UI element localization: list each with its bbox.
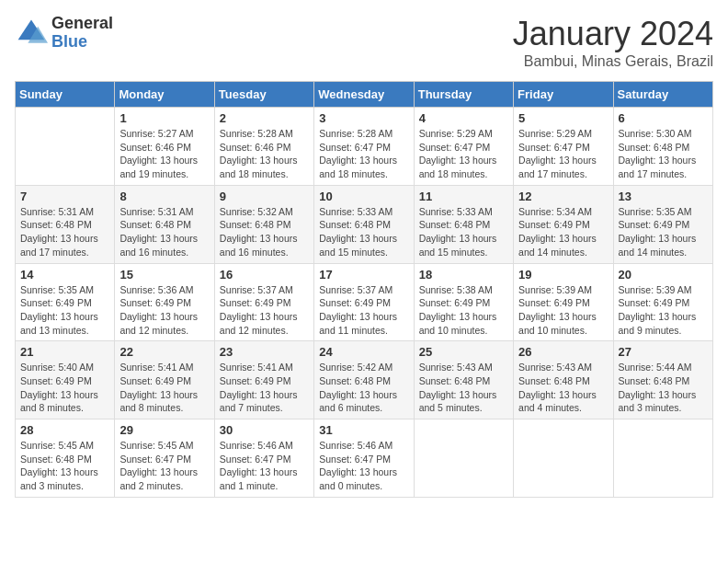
calendar-cell: 31Sunrise: 5:46 AMSunset: 6:47 PMDayligh… xyxy=(314,419,414,498)
day-number: 3 xyxy=(319,111,408,125)
day-number: 25 xyxy=(419,345,508,359)
calendar-cell: 19Sunrise: 5:39 AMSunset: 6:49 PMDayligh… xyxy=(514,263,613,341)
calendar-cell: 30Sunrise: 5:46 AMSunset: 6:47 PMDayligh… xyxy=(214,419,313,498)
day-number: 16 xyxy=(220,268,309,282)
calendar-cell: 13Sunrise: 5:35 AMSunset: 6:49 PMDayligh… xyxy=(613,185,712,263)
day-info: Sunrise: 5:46 AMSunset: 6:47 PMDaylight:… xyxy=(220,439,309,493)
day-number: 6 xyxy=(619,111,708,125)
day-number: 28 xyxy=(20,423,109,437)
calendar-cell xyxy=(414,419,513,498)
day-info: Sunrise: 5:44 AMSunset: 6:48 PMDaylight:… xyxy=(619,361,708,415)
calendar-cell: 28Sunrise: 5:45 AMSunset: 6:48 PMDayligh… xyxy=(16,419,115,498)
day-info: Sunrise: 5:41 AMSunset: 6:49 PMDaylight:… xyxy=(119,361,209,415)
day-number: 29 xyxy=(119,423,209,437)
day-number: 7 xyxy=(20,190,109,203)
weekday-header-saturday: Saturday xyxy=(613,82,712,108)
calendar-cell: 17Sunrise: 5:37 AMSunset: 6:49 PMDayligh… xyxy=(314,263,414,341)
calendar-cell: 7Sunrise: 5:31 AMSunset: 6:48 PMDaylight… xyxy=(16,185,115,263)
logo-blue-text: Blue xyxy=(51,33,113,52)
week-row-4: 21Sunrise: 5:40 AMSunset: 6:49 PMDayligh… xyxy=(16,341,713,419)
day-number: 13 xyxy=(619,190,708,203)
day-number: 14 xyxy=(20,268,109,282)
day-number: 11 xyxy=(419,190,508,203)
day-number: 26 xyxy=(518,345,608,359)
weekday-header-tuesday: Tuesday xyxy=(214,82,313,108)
logo-text: General Blue xyxy=(51,15,113,52)
day-info: Sunrise: 5:37 AMSunset: 6:49 PMDaylight:… xyxy=(319,283,408,338)
day-number: 5 xyxy=(518,111,608,125)
day-info: Sunrise: 5:33 AMSunset: 6:48 PMDaylight:… xyxy=(319,205,408,259)
weekday-header-friday: Friday xyxy=(514,82,613,108)
day-info: Sunrise: 5:45 AMSunset: 6:47 PMDaylight:… xyxy=(119,439,209,493)
day-info: Sunrise: 5:39 AMSunset: 6:49 PMDaylight:… xyxy=(619,283,708,338)
day-info: Sunrise: 5:32 AMSunset: 6:48 PMDaylight:… xyxy=(220,205,309,259)
calendar-cell: 8Sunrise: 5:31 AMSunset: 6:48 PMDaylight… xyxy=(115,185,214,263)
calendar-cell: 6Sunrise: 5:30 AMSunset: 6:48 PMDaylight… xyxy=(613,108,712,186)
weekday-header-row: SundayMondayTuesdayWednesdayThursdayFrid… xyxy=(16,82,713,108)
day-info: Sunrise: 5:29 AMSunset: 6:47 PMDaylight:… xyxy=(419,127,508,181)
day-info: Sunrise: 5:31 AMSunset: 6:48 PMDaylight:… xyxy=(20,205,109,259)
day-number: 17 xyxy=(319,268,408,282)
day-number: 24 xyxy=(319,345,408,359)
calendar-cell: 26Sunrise: 5:43 AMSunset: 6:48 PMDayligh… xyxy=(514,341,613,419)
calendar-cell: 22Sunrise: 5:41 AMSunset: 6:49 PMDayligh… xyxy=(115,341,214,419)
calendar-cell: 24Sunrise: 5:42 AMSunset: 6:48 PMDayligh… xyxy=(314,341,414,419)
week-row-5: 28Sunrise: 5:45 AMSunset: 6:48 PMDayligh… xyxy=(16,419,713,498)
title-block: January 2024 Bambui, Minas Gerais, Brazi… xyxy=(513,15,713,70)
logo: General Blue xyxy=(15,15,113,52)
weekday-header-monday: Monday xyxy=(115,82,214,108)
calendar-cell: 20Sunrise: 5:39 AMSunset: 6:49 PMDayligh… xyxy=(613,263,712,341)
calendar-cell: 1Sunrise: 5:27 AMSunset: 6:46 PMDaylight… xyxy=(115,108,214,186)
calendar-cell: 2Sunrise: 5:28 AMSunset: 6:46 PMDaylight… xyxy=(214,108,313,186)
calendar-cell xyxy=(514,419,613,498)
calendar-cell: 29Sunrise: 5:45 AMSunset: 6:47 PMDayligh… xyxy=(115,419,214,498)
day-info: Sunrise: 5:33 AMSunset: 6:48 PMDaylight:… xyxy=(419,205,508,259)
day-info: Sunrise: 5:35 AMSunset: 6:49 PMDaylight:… xyxy=(20,283,109,338)
day-info: Sunrise: 5:27 AMSunset: 6:46 PMDaylight:… xyxy=(119,127,209,181)
day-number: 19 xyxy=(518,268,608,282)
calendar-table: SundayMondayTuesdayWednesdayThursdayFrid… xyxy=(15,81,713,498)
day-number: 27 xyxy=(619,345,708,359)
day-number: 20 xyxy=(619,268,708,282)
day-info: Sunrise: 5:40 AMSunset: 6:49 PMDaylight:… xyxy=(20,361,109,415)
calendar-cell: 14Sunrise: 5:35 AMSunset: 6:49 PMDayligh… xyxy=(16,263,115,341)
calendar-cell: 12Sunrise: 5:34 AMSunset: 6:49 PMDayligh… xyxy=(514,185,613,263)
calendar-cell: 3Sunrise: 5:28 AMSunset: 6:47 PMDaylight… xyxy=(314,108,414,186)
calendar-cell: 9Sunrise: 5:32 AMSunset: 6:48 PMDaylight… xyxy=(214,185,313,263)
day-info: Sunrise: 5:43 AMSunset: 6:48 PMDaylight:… xyxy=(518,361,608,415)
day-info: Sunrise: 5:35 AMSunset: 6:49 PMDaylight:… xyxy=(619,205,708,259)
calendar-cell xyxy=(613,419,712,498)
day-info: Sunrise: 5:39 AMSunset: 6:49 PMDaylight:… xyxy=(518,283,608,338)
calendar-cell: 4Sunrise: 5:29 AMSunset: 6:47 PMDaylight… xyxy=(414,108,513,186)
day-number: 22 xyxy=(119,345,209,359)
day-number: 18 xyxy=(419,268,508,282)
day-info: Sunrise: 5:45 AMSunset: 6:48 PMDaylight:… xyxy=(20,439,109,493)
week-row-2: 7Sunrise: 5:31 AMSunset: 6:48 PMDaylight… xyxy=(16,185,713,263)
day-number: 30 xyxy=(220,423,309,437)
day-info: Sunrise: 5:38 AMSunset: 6:49 PMDaylight:… xyxy=(419,283,508,338)
week-row-1: 1Sunrise: 5:27 AMSunset: 6:46 PMDaylight… xyxy=(16,108,713,186)
logo-icon xyxy=(15,17,48,50)
day-info: Sunrise: 5:37 AMSunset: 6:49 PMDaylight:… xyxy=(220,283,309,338)
location: Bambui, Minas Gerais, Brazil xyxy=(513,53,713,70)
day-info: Sunrise: 5:34 AMSunset: 6:49 PMDaylight:… xyxy=(518,205,608,259)
week-row-3: 14Sunrise: 5:35 AMSunset: 6:49 PMDayligh… xyxy=(16,263,713,341)
day-info: Sunrise: 5:28 AMSunset: 6:47 PMDaylight:… xyxy=(319,127,408,181)
calendar-cell: 18Sunrise: 5:38 AMSunset: 6:49 PMDayligh… xyxy=(414,263,513,341)
day-info: Sunrise: 5:41 AMSunset: 6:49 PMDaylight:… xyxy=(220,361,309,415)
day-number: 1 xyxy=(119,111,209,125)
page-header: General Blue January 2024 Bambui, Minas … xyxy=(15,15,713,70)
day-info: Sunrise: 5:30 AMSunset: 6:48 PMDaylight:… xyxy=(619,127,708,181)
weekday-header-wednesday: Wednesday xyxy=(314,82,414,108)
calendar-cell: 15Sunrise: 5:36 AMSunset: 6:49 PMDayligh… xyxy=(115,263,214,341)
day-number: 21 xyxy=(20,345,109,359)
day-number: 9 xyxy=(220,190,309,203)
calendar-cell: 25Sunrise: 5:43 AMSunset: 6:48 PMDayligh… xyxy=(414,341,513,419)
month-title: January 2024 xyxy=(513,15,713,53)
calendar-cell: 16Sunrise: 5:37 AMSunset: 6:49 PMDayligh… xyxy=(214,263,313,341)
day-number: 4 xyxy=(419,111,508,125)
day-info: Sunrise: 5:31 AMSunset: 6:48 PMDaylight:… xyxy=(119,205,209,259)
day-number: 23 xyxy=(220,345,309,359)
day-number: 8 xyxy=(119,190,209,203)
calendar-cell: 27Sunrise: 5:44 AMSunset: 6:48 PMDayligh… xyxy=(613,341,712,419)
